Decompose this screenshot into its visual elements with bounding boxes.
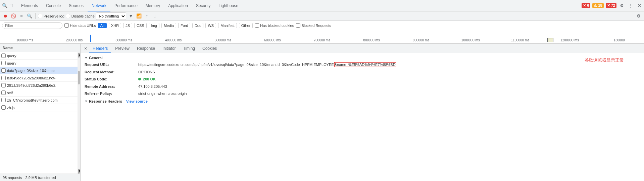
item-checkbox[interactable] <box>1 98 6 102</box>
scrollbar-track[interactable]: ▲ ▼ <box>78 52 80 174</box>
filter-xhr-btn[interactable]: XHR <box>109 23 121 28</box>
blocked-req-checkbox[interactable] <box>296 23 300 28</box>
scroll-down-arrow[interactable]: ▼ <box>78 169 80 174</box>
detail-tab-initiator[interactable]: Initiator <box>159 44 179 53</box>
preserve-log-checkbox[interactable] <box>38 14 42 18</box>
throttle-select[interactable]: No throttling <box>96 12 126 20</box>
list-item[interactable]: zh.js <box>0 104 78 111</box>
filter-doc-btn[interactable]: Doc <box>192 23 204 28</box>
upload-icon[interactable]: ↑ <box>144 13 150 20</box>
list-item[interactable]: query <box>0 52 78 60</box>
settings-network-icon[interactable]: ⚙ <box>635 13 642 20</box>
referrer-policy-val: strict-origin-when-cross-origin <box>138 91 187 97</box>
clear-button[interactable]: 🚫 <box>10 13 17 20</box>
error-badge: ✕ 6 <box>582 3 590 8</box>
item-checkbox[interactable] <box>1 76 6 80</box>
item-checkbox[interactable] <box>1 61 6 65</box>
item-checkbox[interactable] <box>1 83 6 87</box>
filter-ws-btn[interactable]: WS <box>205 23 216 28</box>
has-blocked-checkbox[interactable] <box>255 23 259 28</box>
filter-media-btn[interactable]: Media <box>161 23 176 28</box>
detail-tab-headers[interactable]: Headers <box>89 44 111 53</box>
general-section-header[interactable]: General <box>85 56 640 60</box>
list-item[interactable]: 291.b3849dd726d2a290b6e2. <box>0 82 78 89</box>
throttle-chevron[interactable]: ▼ <box>128 13 134 20</box>
tab-performance[interactable]: Performance <box>110 0 142 11</box>
tab-elements[interactable]: Elements <box>17 0 42 11</box>
main-content: Name query query data?page=0&size=10&ten… <box>0 44 644 181</box>
disable-cache-checkbox[interactable] <box>66 14 70 18</box>
tab-application[interactable]: Application <box>164 0 192 11</box>
disable-cache-label[interactable]: Disable cache <box>66 14 95 18</box>
status-code-row: Status Code: 200 OK <box>85 76 640 82</box>
transfer-size: 2.9 MB transferred <box>25 176 56 180</box>
inspect-icon[interactable]: 🔍 <box>1 2 8 9</box>
item-name: self <box>7 91 76 95</box>
list-item[interactable]: self <box>0 89 78 97</box>
item-name: query <box>7 54 76 58</box>
filter-icon-btn[interactable]: ≡ <box>18 13 25 20</box>
wifi-icon[interactable]: 📶 <box>136 13 142 20</box>
preserve-log-label[interactable]: Preserve log <box>38 14 64 18</box>
detail-tab-response[interactable]: Response <box>134 44 158 53</box>
request-count: 98 requests <box>3 176 22 180</box>
status-code-val: 200 OK <box>138 76 156 82</box>
remote-address-key: Remote Address: <box>85 84 138 89</box>
detail-close-btn[interactable]: × <box>83 45 89 51</box>
status-code-text: 200 OK <box>143 77 156 81</box>
tab-memory[interactable]: Memory <box>142 0 164 11</box>
view-source-link[interactable]: View source <box>126 99 148 103</box>
item-name: b3849dd726d2a290b6e2.hot- <box>7 76 76 80</box>
detail-tab-preview[interactable]: Preview <box>112 44 133 53</box>
download-icon[interactable]: ↓ <box>152 13 158 20</box>
url-highlighted: &name=%E5%AD%94%E7%88%BD <box>334 62 396 67</box>
tab-security[interactable]: Security <box>192 0 214 11</box>
tl-100: 100000 ms <box>0 38 50 42</box>
detail-tab-timing[interactable]: Timing <box>180 44 198 53</box>
list-item[interactable]: b3849dd726d2a290b6e2.hot- <box>0 74 78 82</box>
device-icon[interactable]: ☐ <box>8 2 15 9</box>
preserve-log-text: Preserve log <box>44 14 64 18</box>
filter-css-btn[interactable]: CSS <box>134 23 147 28</box>
tab-network[interactable]: Network <box>88 0 110 11</box>
request-method-key: Request Method: <box>85 69 138 75</box>
response-headers-section-header[interactable]: Response Headers View source <box>85 99 640 103</box>
filter-img-btn[interactable]: Img <box>149 23 159 28</box>
toolbar-sep1 <box>35 13 36 19</box>
item-checkbox[interactable] <box>1 90 6 95</box>
filter-input[interactable] <box>2 22 62 29</box>
close-devtools-icon[interactable]: ✕ <box>636 2 643 9</box>
blocked-req-label[interactable]: Blocked Requests <box>296 23 331 28</box>
scroll-up-arrow[interactable]: ▲ <box>78 53 80 58</box>
timeline-marker-blue <box>90 35 91 42</box>
more-icon[interactable]: ⋮ <box>627 2 634 9</box>
tab-lighthouse[interactable]: Lighthouse <box>214 0 242 11</box>
record-button[interactable]: ⏺ <box>2 13 9 20</box>
scrollbar-thumb[interactable] <box>78 71 80 84</box>
has-blocked-label[interactable]: Has blocked cookies <box>255 23 294 28</box>
item-checkbox[interactable] <box>1 68 6 73</box>
filter-manifest-btn[interactable]: Manifest <box>218 23 237 28</box>
list-item[interactable]: zh_CN?promptKey=hzero.com <box>0 97 78 104</box>
filter-all-btn[interactable]: All <box>98 23 107 28</box>
hide-data-urls-label[interactable]: Hide data URLs <box>64 23 96 28</box>
search-icon-btn[interactable]: 🔍 <box>26 13 33 20</box>
tab-sources[interactable]: Sources <box>65 0 88 11</box>
settings-icon[interactable]: ⚙ <box>618 2 625 9</box>
list-item-selected[interactable]: data?page=0&size=10&tenar <box>0 67 78 74</box>
detail-tab-cookies[interactable]: Cookies <box>199 44 220 53</box>
tab-console[interactable]: Console <box>42 0 65 11</box>
filter-other-btn[interactable]: Other <box>239 23 253 28</box>
filter-font-btn[interactable]: Font <box>178 23 190 28</box>
list-item[interactable]: query <box>0 60 78 67</box>
request-list: Name query query data?page=0&size=10&ten… <box>0 44 81 181</box>
hide-data-urls-checkbox[interactable] <box>64 23 69 28</box>
remote-address-val: 47.100.3.205:443 <box>138 84 167 89</box>
tl-1100: 1100000 ms <box>495 38 545 42</box>
item-checkbox[interactable] <box>1 53 6 58</box>
filter-js-btn[interactable]: JS <box>123 23 132 28</box>
item-checkbox[interactable] <box>1 105 6 110</box>
request-list-footer: 98 requests 2.9 MB transferred <box>0 174 80 181</box>
request-url-key: Request URL: <box>85 62 138 68</box>
timeline-range-indicator <box>547 38 553 42</box>
